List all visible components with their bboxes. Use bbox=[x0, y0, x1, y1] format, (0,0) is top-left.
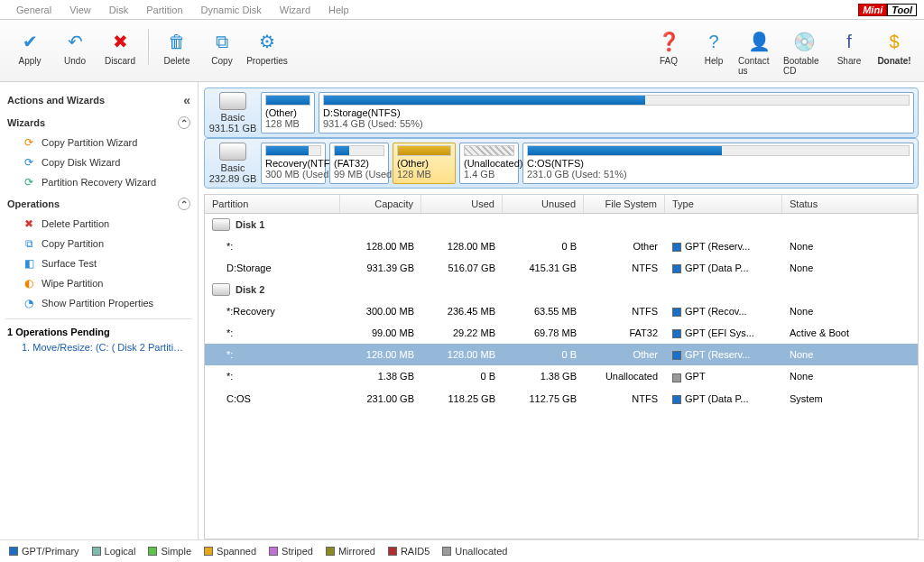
legend-color bbox=[388, 547, 397, 556]
contact-button[interactable]: 👤Contact us bbox=[736, 25, 781, 79]
partition-bar bbox=[334, 145, 384, 156]
disk-head[interactable]: Basic232.89 GB bbox=[208, 143, 257, 184]
sidebar-item-label: Wipe Partition bbox=[42, 278, 103, 289]
share-button-label: Share bbox=[837, 56, 862, 66]
table-row[interactable]: *:Recovery300.00 MB236.45 MB63.55 MBNTFS… bbox=[205, 300, 918, 322]
partition-box[interactable]: (Other)128 MB bbox=[261, 92, 315, 134]
legend-item: Logical bbox=[92, 546, 136, 557]
donate-button[interactable]: $Donate! bbox=[872, 25, 917, 79]
disk-group-header[interactable]: Disk 1 bbox=[205, 214, 918, 235]
table-row[interactable]: *:99.00 MB29.22 MB69.78 MBFAT32GPT (EFI … bbox=[205, 322, 918, 344]
sidebar-item[interactable]: ⟳Copy Partition Wizard bbox=[5, 133, 192, 152]
disk-head[interactable]: Basic931.51 GB bbox=[208, 92, 257, 134]
sidebar-item-label: Delete Partition bbox=[42, 218, 109, 229]
cell: None bbox=[782, 261, 918, 275]
grid-header-cell[interactable]: Partition bbox=[205, 195, 340, 213]
cell: GPT (Data P... bbox=[665, 261, 782, 275]
sidebar-item[interactable]: ⧉Copy Partition bbox=[5, 234, 192, 253]
cell: 118.25 GB bbox=[421, 392, 503, 406]
partition-box[interactable]: (FAT32)99 MB (Used: : bbox=[329, 143, 389, 184]
partition-name: (Other) bbox=[265, 107, 310, 118]
sidebar-item[interactable]: ◧Surface Test bbox=[5, 253, 192, 273]
undo-button[interactable]: ↶Undo bbox=[52, 25, 97, 69]
sidebar-item[interactable]: ✖Delete Partition bbox=[5, 214, 192, 234]
partition-name: C:OS(NTFS) bbox=[527, 158, 910, 169]
partition-bar bbox=[265, 95, 310, 106]
copy-button-label: Copy bbox=[211, 56, 232, 66]
grid-header-cell[interactable]: Used bbox=[421, 195, 503, 213]
menu-help[interactable]: Help bbox=[319, 5, 358, 15]
sidebar-item[interactable]: ⟳Copy Disk Wizard bbox=[5, 152, 192, 172]
grid-header-cell[interactable]: Capacity bbox=[340, 195, 421, 213]
cell: 128.00 MB bbox=[421, 347, 503, 362]
partition-box[interactable]: C:OS(NTFS)231.0 GB (Used: 51%) bbox=[522, 143, 914, 184]
cell: None bbox=[782, 239, 918, 253]
partition-box[interactable]: D:Storage(NTFS)931.4 GB (Used: 55%) bbox=[319, 92, 914, 134]
cell: NTFS bbox=[584, 304, 665, 318]
cell: GPT (Data P... bbox=[665, 392, 782, 406]
cell: GPT (Reserv... bbox=[665, 239, 782, 253]
help-button[interactable]: ?Help bbox=[691, 25, 736, 79]
table-row[interactable]: *:128.00 MB128.00 MB0 BOtherGPT (Reserv.… bbox=[205, 235, 918, 257]
cell: 236.45 MB bbox=[421, 304, 503, 318]
faq-button[interactable]: ❓FAQ bbox=[646, 25, 691, 79]
grid-header-cell[interactable]: Unused bbox=[503, 195, 584, 213]
partition-box[interactable]: Recovery(NTF300 MB (Used: bbox=[261, 143, 326, 184]
sidebar-item-label: Surface Test bbox=[42, 258, 97, 269]
properties-button[interactable]: ⚙Properties bbox=[245, 25, 290, 69]
cell: 0 B bbox=[503, 239, 584, 253]
bootable-button[interactable]: 💿Bootable CD bbox=[781, 25, 827, 79]
bootable-button-icon: 💿 bbox=[791, 29, 817, 54]
legend: GPT/PrimaryLogicalSimpleSpannedStripedMi… bbox=[0, 539, 924, 562]
cell: NTFS bbox=[584, 261, 665, 275]
cell: None bbox=[782, 369, 918, 383]
grid-header-cell[interactable]: Status bbox=[782, 195, 918, 213]
menu-dynamic-disk[interactable]: Dynamic Disk bbox=[192, 5, 271, 15]
grid-header-cell[interactable]: File System bbox=[584, 195, 665, 213]
legend-item: Unallocated bbox=[442, 546, 507, 557]
cell: 128.00 MB bbox=[340, 347, 421, 362]
undo-button-icon: ↶ bbox=[62, 29, 88, 54]
pending-item[interactable]: 1. Move/Resize: (C: ( Disk 2 Partition..… bbox=[5, 339, 192, 355]
menu-general[interactable]: General bbox=[7, 5, 60, 15]
caret-icon[interactable]: ⌃ bbox=[178, 116, 190, 129]
menu-wizard[interactable]: Wizard bbox=[271, 5, 319, 15]
cell: 69.78 MB bbox=[503, 326, 584, 340]
grid-header-cell[interactable]: Type bbox=[665, 195, 782, 213]
cell: Unallocated bbox=[584, 369, 665, 383]
menu-partition[interactable]: Partition bbox=[137, 5, 191, 15]
discard-button[interactable]: ✖Discard bbox=[97, 25, 143, 69]
sidebar-item[interactable]: ◐Wipe Partition bbox=[5, 273, 192, 293]
table-row[interactable]: C:OS231.00 GB118.25 GB112.75 GBNTFSGPT (… bbox=[205, 388, 918, 410]
partition-sub: 1.4 GB bbox=[464, 169, 514, 180]
sidebar-section-wizards: Wizards⌃ bbox=[5, 111, 192, 133]
collapse-icon[interactable]: « bbox=[183, 93, 190, 107]
share-button[interactable]: fShare bbox=[827, 25, 872, 79]
cell: 231.00 GB bbox=[340, 392, 421, 406]
menu-disk[interactable]: Disk bbox=[100, 5, 137, 15]
cell: 0 B bbox=[503, 347, 584, 362]
apply-button-label: Apply bbox=[18, 56, 41, 66]
legend-color bbox=[9, 547, 18, 556]
disk-icon bbox=[212, 283, 230, 296]
partition-box[interactable]: (Unallocated)1.4 GB bbox=[459, 143, 519, 184]
donate-button-icon: $ bbox=[882, 29, 907, 54]
cell: GPT bbox=[665, 369, 782, 383]
menu-view[interactable]: View bbox=[60, 5, 100, 15]
partition-box[interactable]: (Other)128 MB bbox=[393, 143, 456, 184]
sidebar-item[interactable]: ⟳Partition Recovery Wizard bbox=[5, 172, 192, 192]
sidebar-item-icon: ⟳ bbox=[22, 135, 36, 150]
table-row[interactable]: D:Storage931.39 GB516.07 GB415.31 GBNTFS… bbox=[205, 257, 918, 279]
apply-button[interactable]: ✔Apply bbox=[7, 25, 52, 69]
table-row[interactable]: *:128.00 MB128.00 MB0 BOtherGPT (Reserv.… bbox=[205, 344, 918, 365]
disk-group-header[interactable]: Disk 2 bbox=[205, 279, 918, 300]
copy-button-icon: ⧉ bbox=[209, 29, 235, 54]
delete-button[interactable]: 🗑Delete bbox=[154, 25, 199, 69]
table-row[interactable]: *:1.38 GB0 B1.38 GBUnallocatedGPTNone bbox=[205, 365, 918, 387]
partition-name: Recovery(NTF bbox=[265, 158, 321, 169]
toolbar: ✔Apply↶Undo✖Discard🗑Delete⧉Copy⚙Properti… bbox=[0, 20, 924, 82]
sidebar-item[interactable]: ◔Show Partition Properties bbox=[5, 293, 192, 313]
cell: None bbox=[782, 347, 918, 362]
caret-icon[interactable]: ⌃ bbox=[178, 198, 190, 210]
copy-button[interactable]: ⧉Copy bbox=[199, 25, 245, 69]
